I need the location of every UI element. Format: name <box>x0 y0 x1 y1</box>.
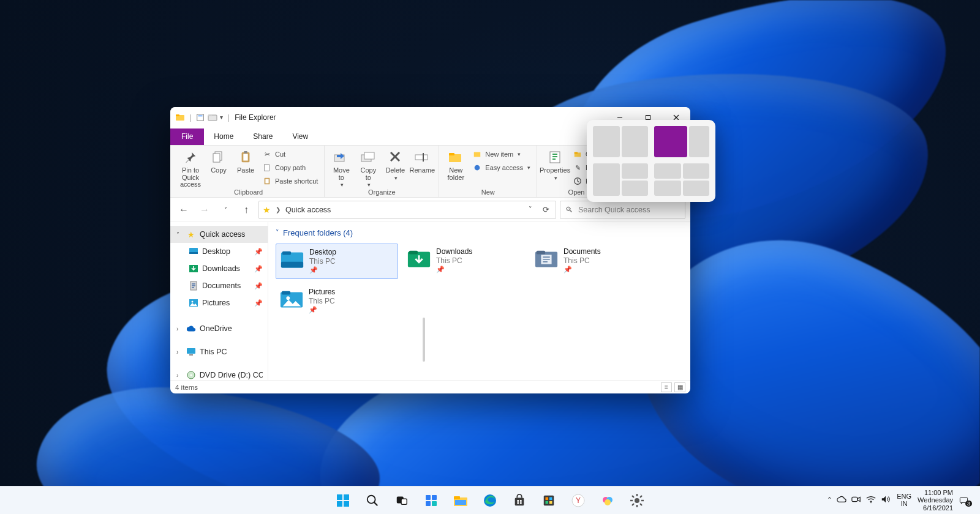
taskbar-app-3[interactable] <box>595 488 620 513</box>
group-header[interactable]: ˅ Frequent folders (4) <box>276 228 683 237</box>
sidebar-item-onedrive[interactable]: › OneDrive <box>170 320 268 337</box>
search-box[interactable]: 🔍︎ Search Quick access <box>560 201 685 219</box>
app-icon <box>175 113 185 122</box>
svg-rect-59 <box>344 494 349 500</box>
svg-rect-15 <box>265 165 270 171</box>
svg-point-46 <box>190 374 192 376</box>
edge-button[interactable] <box>478 488 502 513</box>
new-folder-button[interactable]: New folder <box>443 147 469 181</box>
new-folder-icon[interactable] <box>208 113 217 122</box>
sidebar-scrollbar[interactable] <box>423 318 425 362</box>
nav-forward-button[interactable]: → <box>196 201 213 218</box>
refresh-button[interactable]: ⟳ <box>540 205 552 214</box>
svg-rect-13 <box>243 154 247 161</box>
nav-up-button[interactable]: ↑ <box>238 201 255 218</box>
svg-point-88 <box>605 499 611 505</box>
chevron-right-icon[interactable]: › <box>176 372 183 379</box>
properties-icon <box>546 149 564 166</box>
notifications-button[interactable]: 3 <box>959 493 975 508</box>
sidebar-item-quick-access[interactable]: ˅ ★ Quick access <box>170 226 268 243</box>
language-indicator[interactable]: ENG IN <box>897 493 911 507</box>
thumbnails-view-button[interactable]: ▦ <box>674 382 685 392</box>
tab-share[interactable]: Share <box>243 128 282 145</box>
system-tray: ˄ ENG IN 11:00 PM Wednesday 6/16/2021 3 <box>827 489 980 511</box>
move-to-button[interactable]: Move to▾ <box>328 147 354 188</box>
sidebar-item-downloads[interactable]: Downloads 📌 <box>170 260 268 277</box>
svg-rect-98 <box>852 497 858 501</box>
copy-path-button[interactable]: Copy path <box>260 162 320 174</box>
snap-layout-four[interactable] <box>654 163 709 196</box>
easy-access-button[interactable]: Easy access▾ <box>470 162 533 174</box>
tab-file[interactable]: File <box>170 128 204 145</box>
copy-button[interactable]: Copy <box>206 147 232 174</box>
chevron-right-icon[interactable]: › <box>176 326 183 332</box>
svg-rect-5 <box>208 114 212 116</box>
sidebar-item-this-pc[interactable]: › This PC <box>170 343 268 360</box>
svg-rect-20 <box>364 152 374 159</box>
svg-rect-51 <box>409 251 418 255</box>
address-dropdown[interactable]: ˅ <box>526 206 535 214</box>
properties-button[interactable]: Properties▾ <box>541 147 569 181</box>
taskbar-app-1[interactable] <box>537 488 561 513</box>
nav-back-button[interactable]: ← <box>175 201 192 218</box>
paste-icon <box>237 149 254 166</box>
sidebar-item-dvd[interactable]: › DVD Drive (D:) CC <box>170 367 268 380</box>
snap-layout-wide-left[interactable] <box>654 126 709 157</box>
desktop-icon <box>280 248 304 272</box>
widgets-button[interactable] <box>419 488 443 513</box>
paste-button[interactable]: Paste <box>233 147 258 174</box>
rename-button[interactable]: Rename <box>409 147 435 174</box>
pin-to-quick-access-button[interactable]: Pin to Quick access <box>176 147 205 188</box>
cut-button[interactable]: ✂Cut <box>260 148 320 160</box>
search-button[interactable] <box>360 488 385 513</box>
tab-view[interactable]: View <box>282 128 318 145</box>
sidebar-item-documents[interactable]: Documents 📌 <box>170 277 268 294</box>
folder-tile-documents[interactable]: Documents This PC 📌 <box>530 244 653 279</box>
svg-rect-27 <box>474 152 481 157</box>
volume-tray-icon[interactable] <box>881 495 891 505</box>
clock[interactable]: 11:00 PM Wednesday 6/16/2021 <box>918 489 953 511</box>
folder-tile-downloads[interactable]: Downloads This PC 📌 <box>403 244 526 279</box>
chevron-right-icon[interactable]: › <box>176 349 183 356</box>
tab-home[interactable]: Home <box>204 128 243 145</box>
settings-button[interactable] <box>625 488 649 513</box>
store-button[interactable] <box>507 488 532 513</box>
address-bar[interactable]: ★ ❯ Quick access ˅ ⟳ <box>258 201 556 219</box>
wifi-tray-icon[interactable] <box>866 495 876 505</box>
taskbar-app-2[interactable]: Y <box>566 488 590 513</box>
open-icon <box>573 149 582 159</box>
sidebar-item-pictures[interactable]: Pictures 📌 <box>170 294 268 311</box>
new-item-button[interactable]: New item▾ <box>470 148 533 160</box>
delete-button[interactable]: Delete▾ <box>382 147 408 181</box>
nav-recent-button[interactable]: ˅ <box>217 201 234 218</box>
svg-rect-78 <box>520 502 522 504</box>
svg-point-28 <box>475 165 480 171</box>
svg-rect-72 <box>455 500 466 505</box>
chevron-down-icon[interactable]: ˅ <box>176 231 183 238</box>
folder-tile-desktop[interactable]: Desktop This PC 📌 <box>276 244 398 279</box>
meet-now-icon[interactable] <box>851 496 861 505</box>
copy-to-button[interactable]: Copy to▾ <box>355 147 381 188</box>
tray-overflow-button[interactable]: ˄ <box>827 496 832 505</box>
search-icon: 🔍︎ <box>565 206 573 214</box>
file-explorer-taskbar[interactable] <box>448 488 473 513</box>
paste-shortcut-button[interactable]: Paste shortcut <box>260 175 320 187</box>
task-view-button[interactable] <box>390 488 414 513</box>
sidebar-item-desktop[interactable]: Desktop 📌 <box>170 243 268 260</box>
new-folder-icon <box>447 149 464 166</box>
start-button[interactable] <box>331 488 355 513</box>
svg-rect-23 <box>415 155 428 160</box>
folder-tile-pictures[interactable]: Pictures This PC 📌 <box>276 284 398 319</box>
svg-rect-77 <box>517 502 519 504</box>
snap-layout-three[interactable] <box>593 163 648 196</box>
svg-rect-24 <box>423 153 424 162</box>
properties-icon[interactable] <box>195 113 205 122</box>
qat-customize-icon[interactable]: ▾ <box>220 114 223 121</box>
onedrive-tray-icon[interactable] <box>837 496 846 505</box>
easy-access-icon <box>472 163 482 173</box>
pictures-icon <box>189 298 198 308</box>
svg-rect-80 <box>546 497 549 500</box>
svg-rect-38 <box>189 252 198 254</box>
details-view-button[interactable]: ≡ <box>661 382 672 392</box>
snap-layout-two-col[interactable] <box>593 126 648 157</box>
